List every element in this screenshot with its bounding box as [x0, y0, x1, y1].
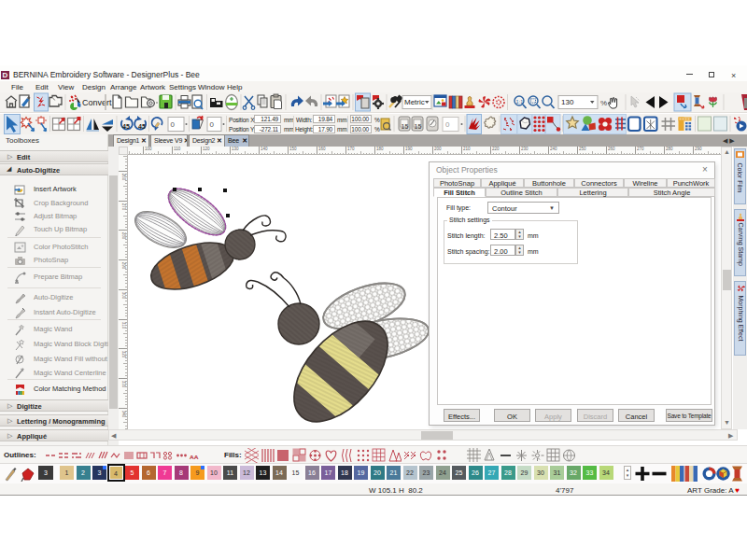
svg-text:1:1: 1:1: [516, 99, 524, 105]
svg-text:Metric: Metric: [404, 98, 425, 106]
svg-text:%: %: [600, 99, 607, 107]
svg-text:15: 15: [402, 123, 409, 130]
svg-text:Convert: Convert: [82, 98, 112, 107]
svg-text:15: 15: [415, 123, 422, 130]
svg-text:0: 0: [445, 120, 450, 129]
svg-text:130: 130: [561, 98, 574, 106]
svg-text:ᴀᴀ: ᴀᴀ: [190, 453, 199, 461]
